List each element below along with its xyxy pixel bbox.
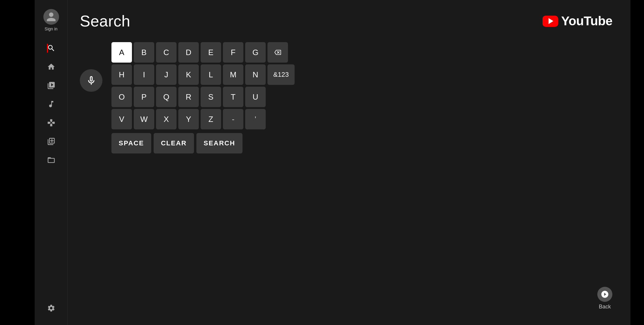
sign-in-label: Sign in (45, 26, 58, 31)
key-clear[interactable]: CLEAR (154, 133, 194, 153)
keyboard-row-4: V W X Y Z - ' (111, 109, 295, 129)
key-U[interactable]: U (245, 87, 266, 107)
key-dash[interactable]: - (223, 109, 243, 129)
settings-icon (47, 304, 55, 312)
back-circle (597, 287, 612, 302)
key-B[interactable]: B (134, 42, 154, 63)
key-J[interactable]: J (156, 64, 177, 85)
page-header: Search YouTube (80, 12, 630, 30)
virtual-keyboard: A B C D E F G H I J (111, 42, 295, 153)
subscriptions-icon (47, 81, 55, 90)
key-X[interactable]: X (156, 109, 177, 129)
youtube-play-icon (542, 16, 558, 27)
key-apostrophe[interactable]: ' (245, 109, 266, 129)
sidebar-item-gaming[interactable] (47, 115, 55, 131)
key-R[interactable]: R (178, 87, 199, 107)
key-W[interactable]: W (134, 109, 154, 129)
user-avatar (43, 9, 59, 25)
youtube-logo: YouTube (542, 14, 612, 28)
sidebar-nav (47, 40, 55, 300)
key-Z[interactable]: Z (201, 109, 221, 129)
key-N[interactable]: N (245, 64, 266, 85)
back-icon (601, 290, 609, 299)
key-Y[interactable]: Y (178, 109, 199, 129)
sidebar-item-queue[interactable] (47, 134, 55, 149)
key-L[interactable]: L (201, 64, 221, 85)
keyboard-row-3: O P Q R S T U (111, 87, 295, 107)
queue-icon (47, 137, 55, 146)
key-numbers[interactable]: &123 (267, 64, 295, 85)
home-icon (47, 63, 55, 71)
mic-button[interactable] (80, 69, 102, 92)
key-F[interactable]: F (223, 42, 243, 63)
key-search[interactable]: SEARCH (196, 133, 242, 153)
key-Q[interactable]: Q (156, 87, 177, 107)
key-V[interactable]: V (111, 109, 132, 129)
backspace-icon (274, 49, 282, 56)
key-D[interactable]: D (178, 42, 199, 63)
sidebar-item-home[interactable] (47, 59, 55, 75)
youtube-text: YouTube (561, 14, 612, 28)
sign-in-button[interactable]: Sign in (43, 9, 59, 31)
keyboard-container: A B C D E F G H I J (80, 42, 630, 153)
key-P[interactable]: P (134, 87, 154, 107)
sidebar-item-music[interactable] (47, 96, 55, 112)
keyboard-row-1: A B C D E F G (111, 42, 295, 63)
sidebar-item-subscriptions[interactable] (47, 78, 55, 93)
key-O[interactable]: O (111, 87, 132, 107)
page-area: Search YouTube A B C D (68, 0, 630, 325)
search-icon (47, 44, 55, 52)
sidebar: Sign in (35, 0, 68, 325)
key-M[interactable]: M (223, 64, 243, 85)
sidebar-item-library[interactable] (47, 152, 55, 168)
library-icon (47, 156, 55, 164)
back-label: Back (599, 304, 611, 310)
key-S[interactable]: S (201, 87, 221, 107)
key-space[interactable]: SPACE (111, 133, 151, 153)
key-C[interactable]: C (156, 42, 177, 63)
sidebar-item-search[interactable] (47, 40, 55, 56)
key-H[interactable]: H (111, 64, 132, 85)
key-G[interactable]: G (245, 42, 266, 63)
music-icon (47, 100, 55, 108)
keyboard-bottom-row: SPACE CLEAR SEARCH (111, 133, 295, 153)
page-title: Search (80, 12, 130, 30)
back-button[interactable]: Back (597, 287, 612, 310)
key-I[interactable]: I (134, 64, 154, 85)
gaming-icon (47, 119, 55, 127)
sidebar-item-settings[interactable] (35, 300, 67, 316)
key-T[interactable]: T (223, 87, 243, 107)
left-bar (0, 0, 35, 325)
keyboard-row-2: H I J K L M N &123 (111, 64, 295, 85)
key-backspace[interactable] (267, 42, 288, 63)
key-A[interactable]: A (111, 42, 132, 63)
right-bar (630, 0, 644, 325)
mic-icon (86, 75, 97, 86)
main-content: Sign in (35, 0, 630, 325)
key-K[interactable]: K (178, 64, 199, 85)
key-E[interactable]: E (201, 42, 221, 63)
user-icon (46, 11, 57, 22)
